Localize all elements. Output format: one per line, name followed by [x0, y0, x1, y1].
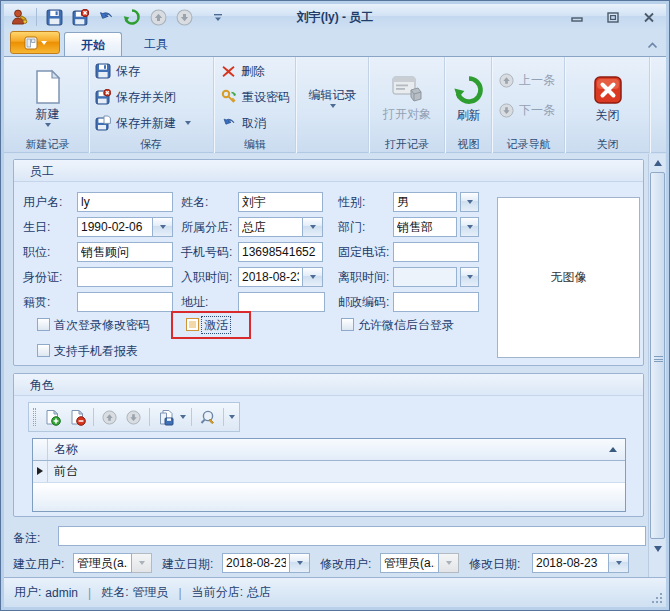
- postcode-input[interactable]: [393, 292, 479, 312]
- role-name-cell: 前台: [48, 461, 625, 482]
- export-caret-icon[interactable]: [180, 415, 186, 419]
- edit-record-button[interactable]: 编辑记录: [297, 59, 368, 137]
- dropdown-button[interactable]: [460, 192, 479, 212]
- mobile-input[interactable]: [238, 242, 323, 262]
- dropdown-button[interactable]: [609, 553, 629, 573]
- employee-photo-placeholder[interactable]: 无图像: [497, 197, 640, 358]
- name-column-header[interactable]: 名称: [48, 439, 625, 460]
- toolbar-overflow-icon[interactable]: [229, 415, 235, 419]
- branch-combo[interactable]: [238, 217, 323, 237]
- modified-date-combo[interactable]: [532, 553, 629, 573]
- wechat-login-checkbox[interactable]: [341, 318, 354, 331]
- roles-table-header[interactable]: 名称: [33, 439, 625, 461]
- address-input[interactable]: [238, 292, 325, 312]
- telephone-input[interactable]: [393, 242, 479, 262]
- position-input[interactable]: [77, 242, 173, 262]
- refresh-button[interactable]: 刷新: [446, 59, 491, 137]
- remark-label: 备注:: [13, 528, 40, 548]
- cancel-button[interactable]: 取消: [221, 112, 293, 134]
- status-user-label: 用户:: [14, 584, 41, 601]
- dropdown-button[interactable]: [460, 267, 479, 287]
- position-label: 职位:: [23, 242, 50, 262]
- role-row[interactable]: 前台: [33, 461, 625, 483]
- toolbar-separator: [191, 408, 192, 426]
- status-bar: 用户: admin | 姓名: 管理员 | 当前分店: 总店: [4, 577, 666, 607]
- vertical-scrollbar[interactable]: [648, 154, 665, 577]
- first-login-checkbox[interactable]: [37, 318, 50, 331]
- toolbar-grip[interactable]: [33, 408, 36, 426]
- roles-toolbar: [28, 402, 240, 432]
- scrollbar-thumb[interactable]: [650, 172, 665, 539]
- dropdown-button[interactable]: [303, 217, 323, 237]
- restore-button[interactable]: [602, 8, 624, 26]
- close-form-button[interactable]: 关闭: [566, 59, 649, 137]
- hometown-input[interactable]: [77, 292, 173, 312]
- delete-button[interactable]: 删除: [221, 60, 293, 82]
- ribbon-group-record-navigation: 上一条 下一条 记录导航: [493, 57, 565, 153]
- circle-down-icon: [499, 103, 514, 118]
- table-empty-area: [33, 484, 625, 511]
- tab-start[interactable]: 开始: [64, 32, 122, 56]
- employee-groupbox-caption: 员工: [14, 160, 643, 182]
- scroll-down-icon[interactable]: [650, 541, 665, 557]
- close-button[interactable]: [638, 8, 660, 26]
- mobile-label: 手机号码:: [181, 242, 232, 262]
- minimize-button[interactable]: [566, 8, 588, 26]
- application-menu-button[interactable]: [10, 31, 60, 54]
- created-date-combo[interactable]: [222, 553, 310, 573]
- tab-tools[interactable]: 工具: [128, 32, 184, 56]
- refresh-icon: [453, 74, 485, 106]
- delete-x-icon: [221, 64, 236, 79]
- group-caption: 关闭: [566, 137, 649, 152]
- modified-by-combo[interactable]: [380, 553, 459, 573]
- dropdown-button[interactable]: [153, 217, 173, 237]
- ribbon-group-edit: 删除 重设密码 取消 编辑: [215, 57, 296, 153]
- remark-input[interactable]: [58, 526, 646, 546]
- save-button[interactable]: 保存: [95, 60, 211, 82]
- employee-window: 刘宇(ly) - 员工 开始 工具 新建: [0, 0, 670, 611]
- group-caption: 保存: [89, 137, 213, 152]
- status-name-value: 管理员: [133, 584, 169, 601]
- mobile-report-label: 支持手机看报表: [54, 343, 138, 359]
- birthday-label: 生日:: [23, 217, 50, 237]
- indicator-header-cell: [33, 439, 48, 460]
- username-input[interactable]: [77, 192, 173, 212]
- dropdown-button[interactable]: [290, 553, 310, 573]
- form-content: 员工 用户名: 姓名: 性别: 生日: 所属分店: 部门:: [4, 154, 666, 577]
- employee-groupbox: 员工 用户名: 姓名: 性别: 生日: 所属分店: 部门:: [13, 159, 644, 366]
- created-by-combo[interactable]: [73, 553, 152, 573]
- add-role-icon[interactable]: [42, 406, 63, 428]
- dropdown-button[interactable]: [303, 267, 323, 287]
- remove-role-icon[interactable]: [66, 406, 87, 428]
- save-and-close-button[interactable]: 保存并关闭: [95, 86, 211, 108]
- status-name-label: 姓名:: [101, 584, 128, 601]
- sort-ascending-icon: [609, 447, 617, 452]
- new-button[interactable]: 新建: [7, 59, 88, 137]
- scroll-up-icon[interactable]: [650, 155, 665, 171]
- name-input[interactable]: [238, 192, 323, 212]
- save-and-new-button[interactable]: 保存并新建: [95, 112, 211, 134]
- floppy-new-icon: [95, 115, 111, 131]
- next-record-button: 下一条: [499, 99, 562, 121]
- hiredate-combo[interactable]: [238, 267, 323, 287]
- idcard-input[interactable]: [77, 267, 173, 287]
- dropdown-button[interactable]: [460, 217, 479, 237]
- export-icon[interactable]: [155, 406, 176, 428]
- toolbar-separator: [149, 408, 150, 426]
- department-combo[interactable]: [393, 217, 479, 237]
- circle-up-icon: [499, 73, 514, 88]
- resize-grip[interactable]: [652, 593, 662, 603]
- name-label: 姓名:: [181, 192, 208, 212]
- key-icon: [221, 89, 237, 105]
- mobile-report-checkbox[interactable]: [37, 344, 50, 357]
- birthday-combo[interactable]: [77, 217, 173, 237]
- modified-by-label: 修改用户:: [320, 554, 371, 574]
- ribbon-group-new-record: 新建 新建记录: [7, 57, 89, 153]
- floppy-icon: [95, 63, 111, 79]
- ribbon-collapse-icon[interactable]: [647, 38, 658, 52]
- leavedate-combo[interactable]: [393, 267, 479, 287]
- reset-password-button[interactable]: 重设密码: [221, 86, 293, 108]
- gender-combo[interactable]: [393, 192, 479, 212]
- group-caption: 记录导航: [493, 137, 564, 152]
- search-edit-icon[interactable]: [197, 406, 218, 428]
